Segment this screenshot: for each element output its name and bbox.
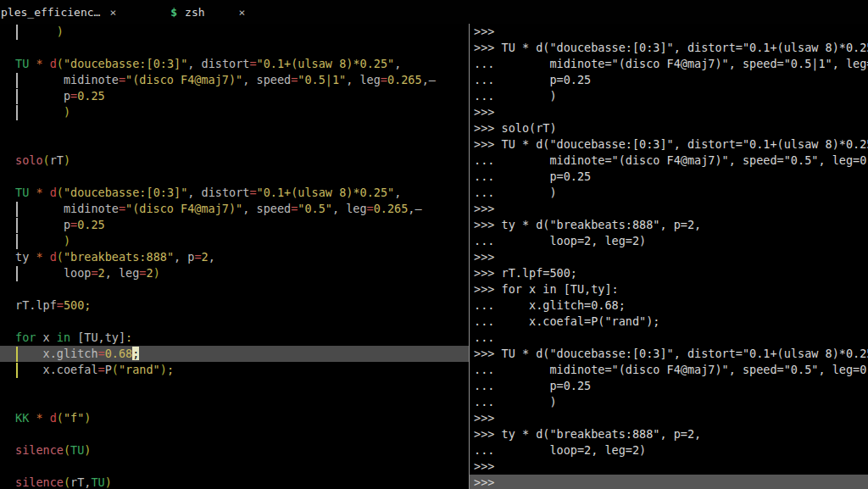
editor-line[interactable]: ) (0, 233, 469, 249)
terminal-line[interactable]: >>> (470, 24, 868, 40)
gutter-bar-icon (16, 73, 18, 88)
editor-line[interactable]: midinote="(disco F4@maj7)", speed="0.5",… (0, 201, 469, 217)
terminal-line[interactable]: >>> (470, 458, 868, 475)
code-token: * (36, 57, 42, 70)
terminal-line[interactable]: >>> (470, 249, 868, 265)
editor-line[interactable] (0, 169, 469, 185)
editor-pane[interactable]: )TU * d("doucebasse:[0:3]", distort="0.1… (0, 24, 469, 489)
terminal-line[interactable]: ... p=0.25 (470, 169, 868, 185)
terminal-line[interactable]: >>> (470, 475, 868, 489)
terminal-line[interactable]: ... (470, 330, 868, 346)
terminal-line[interactable]: ... x.glitch=0.68; (470, 297, 868, 314)
code-token: * (36, 186, 42, 199)
terminal-line[interactable]: >>> (470, 201, 868, 217)
repl-pane[interactable]: >>>>>> TU * d("doucebasse:[0:3]", distor… (470, 24, 868, 489)
code-token: TU (15, 186, 29, 199)
gutter-bar-icon (16, 363, 18, 378)
editor-line[interactable]: loop=2, leg=2) (0, 265, 469, 281)
editor-line[interactable]: TU * d("doucebasse:[0:3]", distort="0.1+… (0, 185, 469, 201)
code-token: 0.25 (77, 218, 105, 231)
tab-bar: ples_efficienc… × $ zsh × (0, 0, 868, 24)
gutter-bar-icon (16, 218, 18, 233)
editor-line[interactable] (0, 136, 469, 153)
editor-line[interactable]: for x in [TU,ty]: (0, 330, 469, 346)
editor-line[interactable]: ty * d("breakbeats:888", p=2, (0, 249, 469, 265)
editor-line[interactable] (0, 394, 469, 410)
code-token: ( (57, 57, 64, 70)
tab-editor-close-icon[interactable]: × (109, 6, 116, 19)
terminal-line[interactable]: ... loop=2, leg=2) (470, 233, 868, 249)
editor-line[interactable]: rT.lpf=500; (0, 297, 469, 314)
editor-line[interactable]: x.coefal=P("rand"); (0, 362, 469, 378)
terminal-line[interactable]: >>> TU * d("doucebasse:[0:3]", distort="… (470, 346, 868, 362)
tab-zsh-close-icon[interactable]: × (239, 6, 246, 19)
editor-line[interactable]: ) (0, 104, 469, 120)
code-token: "0.5|1" (298, 73, 346, 86)
code-token: ( (112, 363, 119, 376)
code-token: p (15, 89, 70, 103)
editor-line[interactable] (0, 40, 469, 56)
code-token: ) (153, 266, 160, 280)
code-token: = (249, 57, 256, 70)
editor-line[interactable] (0, 458, 469, 475)
terminal-line[interactable]: ... x.coefal=P("rand"); (470, 314, 868, 330)
code-token: rT (50, 153, 64, 167)
code-token: 0.25 (77, 89, 105, 103)
editor-line[interactable]: p=0.25 (0, 88, 469, 104)
editor-line[interactable]: KK * d("f") (0, 410, 469, 426)
code-token: – (415, 202, 422, 215)
editor-line[interactable] (0, 314, 469, 330)
code-token: = (91, 266, 97, 280)
code-token: ) (15, 105, 70, 119)
editor-line[interactable] (0, 120, 469, 136)
terminal-line[interactable]: ... midinote="(disco F4@maj7)", speed="0… (470, 153, 868, 169)
terminal-line[interactable]: ... ) (470, 185, 868, 201)
code-token (43, 186, 50, 199)
terminal-line[interactable]: >>> ty * d("breakbeats:888", p=2, (470, 426, 868, 442)
code-token: 0.265 (374, 202, 409, 215)
terminal-line[interactable]: ... p=0.25 (470, 378, 868, 394)
editor-line[interactable]: midinote="(disco F4@maj7)", speed="0.5|1… (0, 72, 469, 88)
code-token: – (429, 73, 436, 86)
terminal-line[interactable]: >>> solo(rT) (470, 120, 868, 136)
terminal-line[interactable]: >>> (470, 104, 868, 120)
terminal-line[interactable]: >>> TU * d("doucebasse:[0:3]", distort="… (470, 136, 868, 153)
editor-line[interactable]: silence(TU) (0, 442, 469, 458)
editor-line[interactable] (0, 281, 469, 297)
terminal-line[interactable]: ... p=0.25 (470, 72, 868, 88)
terminal-line[interactable]: ... midinote="(disco F4@maj7)", speed="0… (470, 362, 868, 378)
code-token: speed (257, 73, 292, 86)
gutter-bar-icon (16, 234, 18, 249)
code-token: = (98, 363, 105, 376)
tab-editor[interactable]: ples_efficienc… × (0, 0, 116, 24)
terminal-line[interactable]: ... ) (470, 394, 868, 410)
code-token: ( (64, 475, 70, 489)
code-token: , (394, 186, 401, 199)
editor-line[interactable] (0, 378, 469, 394)
code-token (43, 250, 50, 264)
code-token (43, 57, 50, 70)
code-token: ) (84, 411, 91, 425)
code-token: * (36, 250, 42, 264)
editor-line[interactable]: x.glitch=0.68; (0, 346, 469, 362)
editor-line[interactable]: p=0.25 (0, 217, 469, 233)
code-token: "doucebasse:[0:3]" (64, 57, 187, 70)
editor-line[interactable]: silence(rT,TU) (0, 475, 469, 489)
gutter-bar-icon (16, 25, 18, 40)
code-token: silence (15, 443, 64, 457)
terminal-line[interactable]: >>> (470, 410, 868, 426)
editor-line[interactable] (0, 426, 469, 442)
terminal-line[interactable]: >>> TU * d("doucebasse:[0:3]", distort="… (470, 40, 868, 56)
tab-zsh[interactable]: $ zsh × (170, 0, 245, 24)
editor-line[interactable]: TU * d("doucebasse:[0:3]", distort="0.1+… (0, 56, 469, 72)
editor-line[interactable]: ) (0, 24, 469, 40)
terminal-line[interactable]: >>> for x in [TU,ty]: (470, 281, 868, 297)
terminal-line[interactable]: ... ) (470, 88, 868, 104)
code-token: d (50, 57, 57, 70)
code-token: = (381, 73, 387, 86)
terminal-line[interactable]: ... midinote="(disco F4@maj7)", speed="0… (470, 56, 868, 72)
terminal-line[interactable]: >>> rT.lpf=500; (470, 265, 868, 281)
terminal-line[interactable]: ... loop=2, leg=2) (470, 442, 868, 458)
terminal-line[interactable]: >>> ty * d("breakbeats:888", p=2, (470, 217, 868, 233)
editor-line[interactable]: solo(rT) (0, 153, 469, 169)
